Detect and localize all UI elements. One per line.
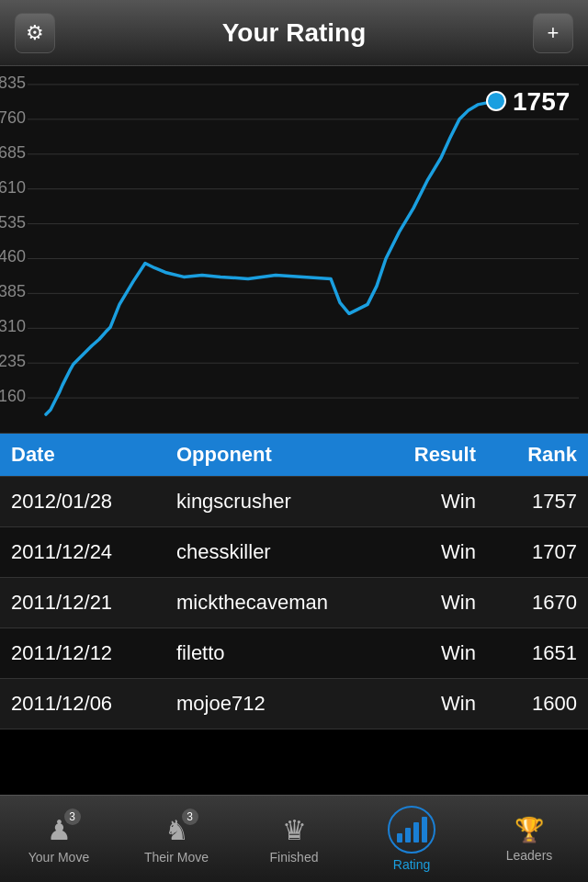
your-move-icon: ♟ 3: [47, 814, 72, 846]
tab-rating[interactable]: Rating: [353, 796, 470, 882]
settings-button[interactable]: ⚙: [15, 13, 55, 53]
gear-icon: ⚙: [26, 21, 44, 45]
svg-text:1835: 1835: [0, 74, 26, 92]
row-date: 2012/01/28: [11, 490, 176, 514]
app-header: ⚙ Your Rating +: [0, 0, 588, 66]
row-rank: 1757: [476, 490, 577, 514]
finished-icon: ♛: [282, 814, 307, 846]
svg-text:1385: 1385: [0, 282, 26, 300]
svg-text:1160: 1160: [0, 387, 26, 405]
plus-icon: +: [548, 21, 560, 45]
row-result: Win: [366, 490, 476, 514]
row-date: 2011/12/06: [11, 692, 176, 716]
row-opponent: kingscrusher: [176, 490, 366, 514]
row-result: Win: [366, 540, 476, 564]
row-rank: 1600: [476, 692, 577, 716]
leaders-label: Leaders: [506, 848, 553, 863]
table-row[interactable]: 2011/12/24 chesskiller Win 1707: [0, 527, 588, 578]
svg-text:1235: 1235: [0, 352, 26, 370]
table-row[interactable]: 2011/12/21 mickthecaveman Win 1670: [0, 578, 588, 628]
col-date: Date: [11, 443, 176, 467]
table-row[interactable]: 2011/12/12 filetto Win 1651: [0, 628, 588, 679]
table-row[interactable]: 2011/12/06 mojoe712 Win 1600: [0, 679, 588, 729]
tab-your-move[interactable]: ♟ 3 Your Move: [0, 796, 118, 882]
svg-text:1310: 1310: [0, 317, 26, 335]
their-move-icon: ♞ 3: [164, 814, 189, 846]
table-row[interactable]: 2012/01/28 kingscrusher Win 1757: [0, 477, 588, 527]
page-title: Your Rating: [55, 18, 533, 48]
row-opponent: filetto: [176, 641, 366, 665]
svg-text:1760: 1760: [0, 108, 26, 127]
col-opponent: Opponent: [176, 443, 366, 467]
row-rank: 1707: [476, 540, 577, 564]
row-date: 2011/12/24: [11, 540, 176, 564]
row-opponent: mickthecaveman: [176, 591, 366, 615]
row-result: Win: [366, 591, 476, 615]
row-date: 2011/12/21: [11, 591, 176, 615]
rating-label: Rating: [393, 857, 430, 872]
add-button[interactable]: +: [533, 13, 573, 53]
row-result: Win: [366, 641, 476, 665]
svg-text:1757: 1757: [513, 87, 570, 116]
col-result: Result: [366, 443, 476, 467]
row-date: 2011/12/12: [11, 641, 176, 665]
finished-label: Finished: [270, 850, 319, 865]
table-header: Date Opponent Result Rank: [0, 434, 588, 477]
rating-chart: 1835 1760 1685 1610 1535 1460 1385 1310 …: [0, 66, 588, 434]
tab-finished[interactable]: ♛ Finished: [235, 796, 353, 882]
leaders-icon: 🏆: [514, 815, 544, 844]
row-opponent: mojoe712: [176, 692, 366, 716]
row-rank: 1651: [476, 641, 577, 665]
row-result: Win: [366, 692, 476, 716]
svg-point-20: [487, 92, 505, 110]
table-body: 2012/01/28 kingscrusher Win 1757 2011/12…: [0, 477, 588, 729]
your-move-badge: 3: [64, 808, 81, 825]
their-move-label: Their Move: [144, 850, 209, 865]
col-rank: Rank: [476, 443, 577, 467]
svg-text:1460: 1460: [0, 247, 26, 266]
row-rank: 1670: [476, 591, 577, 615]
their-move-badge: 3: [182, 808, 198, 825]
your-move-label: Your Move: [28, 850, 89, 865]
svg-text:1685: 1685: [0, 143, 26, 162]
tab-bar: ♟ 3 Your Move ♞ 3 Their Move ♛ Finished: [0, 795, 588, 882]
svg-text:1535: 1535: [0, 213, 26, 232]
row-opponent: chesskiller: [176, 540, 366, 564]
tab-leaders[interactable]: 🏆 Leaders: [470, 796, 588, 882]
svg-text:1610: 1610: [0, 178, 26, 197]
tab-their-move[interactable]: ♞ 3 Their Move: [118, 796, 235, 882]
rating-icon: [388, 806, 435, 854]
